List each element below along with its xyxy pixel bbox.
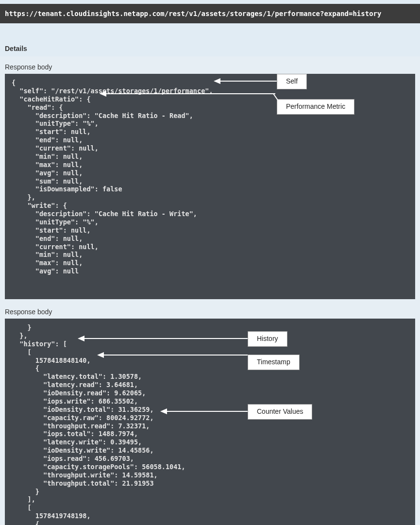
response-body-pane-1: { "self": "/rest/v1/assets/storages/1/pe…: [5, 74, 415, 299]
request-url: https://tenant.cloudinsights.netapp.com/…: [0, 4, 420, 23]
response-json-2: } }, "history": [ [ 1578418848140, { "la…: [12, 323, 408, 525]
response-body-heading-1: Response body: [0, 59, 420, 74]
details-heading: Details: [5, 45, 415, 52]
response-body-heading-2: Response body: [0, 304, 420, 319]
response-json-1: { "self": "/rest/v1/assets/storages/1/pe…: [12, 79, 408, 275]
response-body-pane-2: } }, "history": [ [ 1578418848140, { "la…: [5, 319, 415, 525]
